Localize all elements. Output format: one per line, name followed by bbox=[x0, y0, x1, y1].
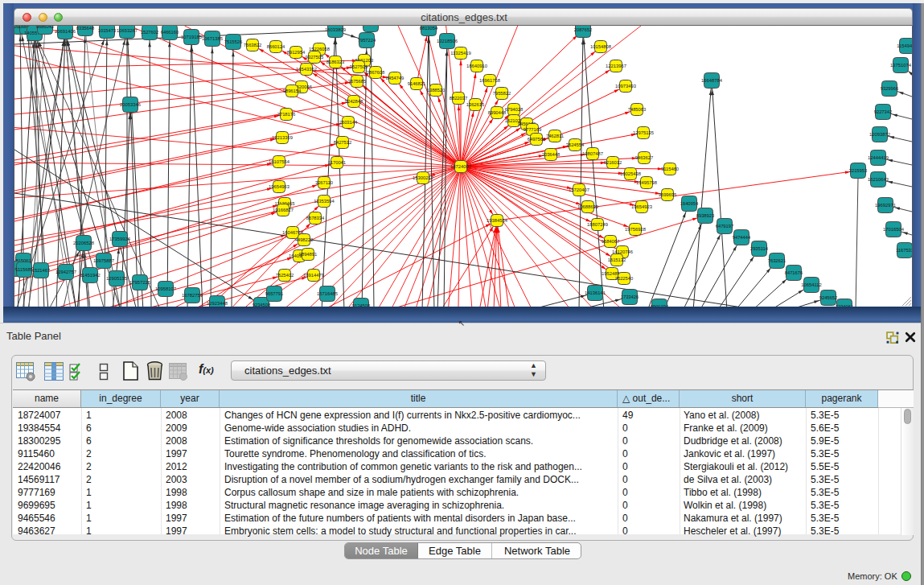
svg-text:12444419: 12444419 bbox=[868, 155, 889, 160]
svg-text:13751074: 13751074 bbox=[890, 63, 912, 68]
svg-text:17359924: 17359924 bbox=[109, 237, 131, 241]
svg-text:9527505: 9527505 bbox=[350, 64, 368, 69]
svg-text:9657791: 9657791 bbox=[265, 291, 284, 296]
svg-text:8186323: 8186323 bbox=[326, 60, 345, 64]
svg-text:12905135: 12905135 bbox=[106, 276, 127, 281]
svg-text:7957224: 7957224 bbox=[358, 38, 376, 43]
svg-text:10688639: 10688639 bbox=[577, 204, 598, 209]
svg-text:8990448: 8990448 bbox=[488, 110, 507, 115]
svg-text:7234061: 7234061 bbox=[836, 304, 854, 307]
svg-text:12213967: 12213967 bbox=[606, 64, 626, 68]
svg-text:1115685: 1115685 bbox=[15, 267, 33, 272]
svg-text:10025438: 10025438 bbox=[620, 171, 641, 176]
svg-text:8335648: 8335648 bbox=[76, 26, 95, 31]
svg-text:3215953: 3215953 bbox=[849, 168, 868, 173]
svg-text:6497568: 6497568 bbox=[528, 137, 546, 142]
svg-text:7625402: 7625402 bbox=[276, 273, 294, 278]
svg-text:12942757: 12942757 bbox=[55, 270, 76, 274]
svg-text:7462811: 7462811 bbox=[546, 134, 564, 138]
svg-text:1527602: 1527602 bbox=[141, 30, 159, 35]
svg-text:1015473: 1015473 bbox=[98, 28, 117, 33]
svg-text:15720407: 15720407 bbox=[569, 187, 589, 192]
svg-text:9886042: 9886042 bbox=[36, 26, 55, 29]
svg-text:2718176: 2718176 bbox=[277, 112, 296, 117]
svg-text:9474444: 9474444 bbox=[733, 235, 751, 240]
svg-text:19654963: 19654963 bbox=[269, 184, 290, 189]
svg-text:1733426: 1733426 bbox=[621, 295, 639, 299]
svg-text:9896154: 9896154 bbox=[283, 89, 302, 93]
svg-text:13218506: 13218506 bbox=[437, 39, 458, 43]
svg-text:3267110: 3267110 bbox=[315, 180, 333, 185]
svg-text:1170041: 1170041 bbox=[328, 160, 346, 165]
svg-text:16648784: 16648784 bbox=[701, 78, 723, 83]
svg-text:20691406: 20691406 bbox=[55, 29, 76, 34]
svg-text:14136141: 14136141 bbox=[585, 290, 606, 295]
svg-text:10973493: 10973493 bbox=[615, 84, 636, 89]
svg-text:13495798: 13495798 bbox=[636, 180, 657, 185]
svg-text:2935114: 2935114 bbox=[750, 246, 769, 251]
svg-text:9124508: 9124508 bbox=[352, 303, 371, 307]
svg-text:12093872: 12093872 bbox=[869, 132, 890, 137]
svg-text:9234508: 9234508 bbox=[253, 303, 271, 307]
svg-text:15300217: 15300217 bbox=[413, 175, 433, 180]
svg-text:2522540: 2522540 bbox=[615, 276, 634, 281]
svg-text:15716485: 15716485 bbox=[317, 291, 338, 296]
svg-text:4498222: 4498222 bbox=[295, 237, 314, 242]
svg-text:6466160: 6466160 bbox=[161, 30, 179, 35]
svg-text:1521467: 1521467 bbox=[32, 268, 51, 273]
svg-text:11549498: 11549498 bbox=[897, 43, 912, 48]
svg-text:2603144: 2603144 bbox=[339, 120, 358, 125]
svg-text:12975135: 12975135 bbox=[633, 130, 654, 135]
svg-text:19692971: 19692971 bbox=[875, 203, 896, 208]
svg-text:6794028: 6794028 bbox=[505, 107, 524, 112]
svg-text:8912954: 8912954 bbox=[287, 50, 306, 55]
svg-text:11353594: 11353594 bbox=[314, 199, 335, 204]
svg-text:9463627: 9463627 bbox=[635, 155, 654, 160]
svg-text:9894891: 9894891 bbox=[299, 252, 318, 257]
svg-text:9684067: 9684067 bbox=[602, 239, 620, 244]
svg-text:8427512: 8427512 bbox=[334, 140, 352, 145]
svg-text:9329966: 9329966 bbox=[881, 86, 899, 91]
svg-text:10719185: 10719185 bbox=[181, 35, 202, 39]
svg-text:6216012: 6216012 bbox=[604, 160, 622, 165]
svg-text:8901234: 8901234 bbox=[651, 304, 669, 307]
svg-text:9242848: 9242848 bbox=[345, 99, 363, 104]
svg-text:8660124: 8660124 bbox=[267, 44, 285, 49]
svg-text:16210643: 16210643 bbox=[868, 177, 889, 182]
svg-text:19384554: 19384554 bbox=[487, 218, 508, 223]
svg-text:7485063: 7485063 bbox=[628, 107, 647, 112]
svg-text:18724007: 18724007 bbox=[450, 164, 471, 169]
svg-text:9777169: 9777169 bbox=[524, 127, 542, 132]
svg-text:15723017: 15723017 bbox=[360, 26, 381, 27]
svg-text:16107554: 16107554 bbox=[269, 159, 290, 164]
svg-text:1615132: 1615132 bbox=[608, 257, 626, 262]
svg-text:16914479: 16914479 bbox=[303, 273, 324, 278]
svg-text:2867608: 2867608 bbox=[367, 70, 385, 75]
svg-text:16782759: 16782759 bbox=[182, 293, 203, 298]
svg-text:10654112: 10654112 bbox=[801, 282, 821, 287]
svg-text:1167531: 1167531 bbox=[896, 248, 912, 253]
svg-text:12213369: 12213369 bbox=[272, 135, 293, 140]
svg-text:20053346: 20053346 bbox=[120, 102, 141, 107]
svg-text:12923448: 12923448 bbox=[207, 301, 228, 306]
svg-text:9115460: 9115460 bbox=[661, 167, 679, 171]
svg-text:18807249: 18807249 bbox=[587, 222, 608, 227]
svg-text:1640954: 1640954 bbox=[680, 201, 699, 206]
svg-text:8822037: 8822037 bbox=[450, 96, 468, 101]
svg-text:2087652: 2087652 bbox=[574, 27, 593, 32]
svg-text:8938923: 8938923 bbox=[696, 213, 715, 218]
svg-text:9699695: 9699695 bbox=[659, 192, 677, 197]
svg-text:19654923: 19654923 bbox=[631, 204, 652, 209]
svg-text:3624554: 3624554 bbox=[566, 142, 585, 147]
svg-text:11451942: 11451942 bbox=[80, 273, 100, 278]
svg-text:9146821: 9146821 bbox=[408, 81, 426, 86]
svg-text:8471676: 8471676 bbox=[785, 270, 803, 275]
svg-text:10154808: 10154808 bbox=[590, 44, 611, 49]
svg-text:20206528: 20206528 bbox=[73, 241, 94, 245]
svg-text:2036448: 2036448 bbox=[542, 152, 561, 157]
svg-text:9245652: 9245652 bbox=[819, 295, 838, 300]
svg-text:10653267: 10653267 bbox=[117, 28, 138, 33]
svg-text:3675685: 3675685 bbox=[348, 79, 367, 84]
svg-text:10807487: 10807487 bbox=[582, 151, 603, 156]
svg-text:19756928: 19756928 bbox=[625, 227, 646, 232]
